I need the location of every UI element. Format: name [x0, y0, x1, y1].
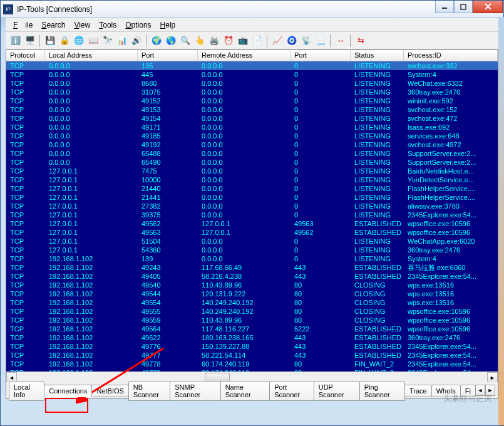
window-title: IP-Tools [Connections]: [17, 5, 501, 14]
table-row[interactable]: TCP127.0.0.1214400.0.0.00LISTENINGFlashH…: [6, 184, 498, 193]
table-row[interactable]: TCP0.0.0.0491710.0.0.00LISTENINGlsass.ex…: [6, 123, 498, 132]
app-window: IP IP-Tools [Connections] File Search Vi…: [0, 0, 504, 426]
graph-icon[interactable]: 📈: [271, 34, 284, 47]
table-row[interactable]: TCP127.0.0.1273820.0.0.00LISTENINGaliwss…: [6, 202, 498, 210]
globe-trace-icon[interactable]: 🌎: [165, 34, 177, 47]
table-row[interactable]: TCP0.0.0.04450.0.0.00LISTENINGSystem:4: [6, 70, 498, 79]
lock-icon[interactable]: 🔒: [58, 34, 71, 47]
print-icon[interactable]: 🖨️: [208, 34, 220, 47]
table-row[interactable]: TCP127.0.0.149562127.0.0.149563ESTABLISH…: [6, 219, 498, 228]
net-icon[interactable]: 🌐: [73, 34, 85, 47]
table-row[interactable]: TCP192.168.1.1024977758.221.54.114443EST…: [6, 351, 498, 360]
page-icon[interactable]: 📃: [314, 34, 327, 47]
table-row[interactable]: TCP192.168.1.10249564117.48.116.2275222E…: [6, 325, 498, 333]
table-row[interactable]: TCP192.168.1.1024977860.174.240.11980FIN…: [6, 360, 498, 368]
tab-local-info[interactable]: Local Info: [9, 381, 44, 401]
table-row[interactable]: TCP192.168.1.1024940558.216.4.238443ESTA…: [6, 272, 498, 281]
col-remote-address[interactable]: Remote Address: [198, 50, 291, 61]
table-row[interactable]: TCP0.0.0.0491540.0.0.00LISTENINGsvchost.…: [6, 114, 498, 123]
menu-help[interactable]: Help: [157, 19, 180, 31]
info-icon[interactable]: ℹ️: [9, 34, 22, 47]
tab-bar: Local InfoConnectionsNetBIOSNB ScannerSN…: [6, 382, 498, 398]
menubar: File Search View Tools Options Help: [6, 18, 498, 32]
tab-name-scanner[interactable]: Name Scanner: [220, 381, 270, 401]
table-row[interactable]: TCP0.0.0.0491520.0.0.00LISTENINGwininit.…: [6, 96, 498, 105]
table-row[interactable]: TCP127.0.0.149563127.0.0.149562ESTABLISH…: [6, 228, 498, 237]
col-protocol[interactable]: Protocol: [6, 50, 45, 61]
table-row[interactable]: TCP192.168.1.1021390.0.0.00LISTENINGSyst…: [6, 254, 498, 263]
scroll-right-icon[interactable]: ►: [487, 372, 498, 383]
table-row[interactable]: TCP192.168.1.10249554140.249.240.19280CL…: [6, 298, 498, 307]
table-row[interactable]: TCP127.0.0.1214410.0.0.00LISTENINGFlashH…: [6, 193, 498, 202]
globe-ping-icon[interactable]: 🌍: [150, 34, 163, 47]
table-row[interactable]: TCP127.0.0.1515040.0.0.00LISTENINGWeChat…: [6, 237, 498, 246]
connections-grid[interactable]: TCP0.0.0.01350.0.0.00LISTENINGsvchost.ex…: [6, 61, 498, 371]
screen-icon[interactable]: 📺: [237, 34, 249, 47]
table-row[interactable]: TCP0.0.0.086800.0.0.00LISTENINGWeChat.ex…: [6, 79, 498, 88]
svg-rect-1: [461, 4, 466, 9]
content-area: Protocol Local Address Port Remote Addre…: [6, 49, 498, 399]
table-row[interactable]: TCP0.0.0.0491850.0.0.00LISTENINGservices…: [6, 132, 498, 140]
watermark: 头条@马正夫: [443, 393, 492, 404]
tab-trace[interactable]: Trace: [404, 385, 432, 397]
chart-icon[interactable]: 📊: [116, 34, 128, 47]
table-row[interactable]: TCP0.0.0.0654900.0.0.00LISTENINGSupportS…: [6, 158, 498, 167]
table-row[interactable]: TCP0.0.0.0310750.0.0.00LISTENING360tray.…: [6, 88, 498, 96]
tab-ping-scanner[interactable]: Ping Scanner: [359, 381, 405, 401]
table-row[interactable]: TCP0.0.0.01350.0.0.00LISTENINGsvchost.ex…: [6, 61, 498, 70]
table-row[interactable]: TCP0.0.0.0491530.0.0.00LISTENINGsvchost.…: [6, 105, 498, 114]
dish-icon[interactable]: 📡: [300, 34, 312, 47]
menu-tools[interactable]: Tools: [95, 19, 120, 31]
titlebar[interactable]: IP IP-Tools [Connections]: [1, 1, 503, 18]
tab-snmp-scanner[interactable]: SNMP Scanner: [170, 381, 220, 401]
clock-icon[interactable]: ⏰: [222, 34, 235, 47]
menu-options[interactable]: Options: [121, 19, 155, 31]
book-icon[interactable]: 📖: [87, 34, 100, 47]
annotation-highlight: [45, 398, 88, 413]
pie-icon[interactable]: 🧿: [285, 34, 298, 47]
binoculars-icon[interactable]: 🔭: [101, 34, 114, 47]
tab-netbios[interactable]: NetBIOS: [91, 385, 128, 397]
table-row[interactable]: TCP192.168.1.10249622180.163.238.165443E…: [6, 333, 498, 342]
table-row[interactable]: TCP192.168.1.10249540110.43.89.9680CLOSI…: [6, 281, 498, 289]
menu-search[interactable]: Search: [38, 19, 69, 31]
table-row[interactable]: TCP0.0.0.0491920.0.0.00LISTENINGsvchost.…: [6, 140, 498, 149]
col-local-address[interactable]: Local Address: [45, 50, 138, 61]
table-row[interactable]: TCP127.0.0.1543600.0.0.00LISTENING360tra…: [6, 246, 498, 254]
doc-icon[interactable]: 📄: [251, 34, 264, 47]
table-row[interactable]: TCP192.168.1.10249555140.249.240.19280CL…: [6, 307, 498, 316]
arrows-lr-icon[interactable]: ↔: [334, 34, 347, 47]
tab-nb-scanner[interactable]: NB Scanner: [128, 381, 170, 401]
column-headers: Protocol Local Address Port Remote Addre…: [6, 50, 498, 61]
col-status[interactable]: Status: [351, 50, 404, 61]
table-row[interactable]: TCP0.0.0.0654880.0.0.00LISTENINGSupportS…: [6, 149, 498, 158]
arrows-in-icon[interactable]: ⇆: [354, 34, 367, 47]
col-port-remote[interactable]: Port: [291, 50, 351, 61]
monitor-icon[interactable]: 🖥️: [24, 34, 36, 47]
table-row[interactable]: TCP127.0.0.1393750.0.0.00LISTENING2345Ex…: [6, 210, 498, 219]
table-row[interactable]: TCP192.168.1.10249544120.131.9.22280CLOS…: [6, 289, 498, 298]
toolbar: ℹ️ 🖥️ 💾 🔒 🌐 📖 🔭 📊 🔊 🌍 🌎 🔍 👆 🖨️ ⏰ 📺 📄 📈 🧿…: [6, 32, 498, 49]
table-row[interactable]: TCP127.0.0.1100000.0.0.00LISTENINGYunDet…: [6, 175, 498, 184]
table-row[interactable]: TCP192.168.1.10249243117.68.66.49443ESTA…: [6, 263, 498, 272]
finger-icon[interactable]: 👆: [193, 34, 206, 47]
app-icon: IP: [3, 4, 13, 14]
table-row[interactable]: TCP192.168.1.10249776150.139.227.88443ES…: [6, 342, 498, 351]
col-process[interactable]: Process:ID: [404, 50, 498, 61]
table-row[interactable]: TCP192.168.1.10249559110.43.89.9680CLOSI…: [6, 316, 498, 325]
desktop-edge: [498, 17, 504, 425]
col-port-local[interactable]: Port: [138, 50, 198, 61]
tab-port-scanner[interactable]: Port Scanner: [269, 381, 314, 401]
menu-view[interactable]: View: [70, 19, 94, 31]
tab-connections[interactable]: Connections: [44, 385, 92, 397]
disk-icon[interactable]: 💾: [44, 34, 56, 47]
menu-file[interactable]: File: [9, 19, 36, 31]
table-row[interactable]: TCP127.0.0.174750.0.0.00LISTENINGBaiduNe…: [6, 167, 498, 175]
tab-udp-scanner[interactable]: UDP Scanner: [314, 381, 360, 401]
sound-icon[interactable]: 🔊: [130, 34, 143, 47]
maximize-button[interactable]: [454, 1, 473, 13]
close-button[interactable]: [473, 1, 503, 13]
whois-icon[interactable]: 🔍: [179, 34, 192, 47]
minimize-button[interactable]: [435, 1, 454, 13]
